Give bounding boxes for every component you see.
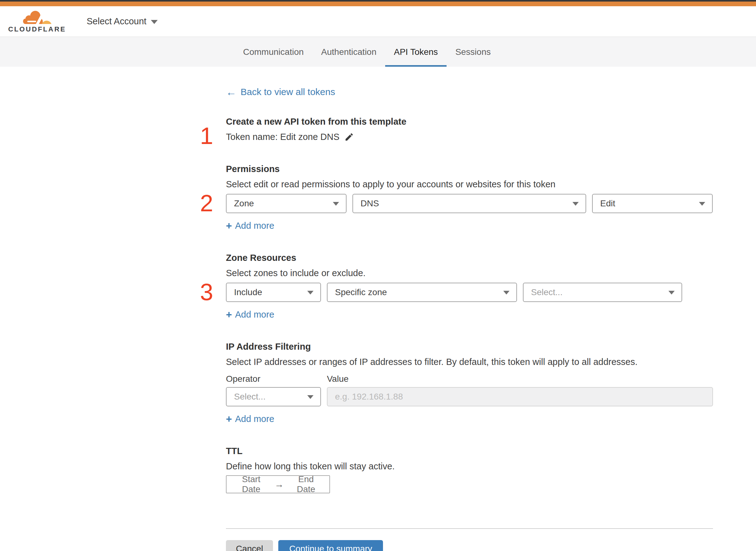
- account-selector-label: Select Account: [87, 16, 146, 26]
- active-tab-underline: [385, 65, 447, 67]
- page-title: Create a new API token from this templat…: [226, 116, 713, 127]
- plus-icon: +: [226, 414, 232, 424]
- zone-resource-type-value: Specific zone: [335, 288, 387, 297]
- chevron-down-icon: [503, 291, 510, 295]
- left-arrow-icon: ←: [226, 87, 236, 97]
- add-permission-label: Add more: [235, 221, 274, 231]
- zone-resource-type-select[interactable]: Specific zone: [327, 283, 517, 302]
- footer-divider: [226, 528, 713, 529]
- tab-authentication[interactable]: Authentication: [312, 37, 385, 67]
- tab-sessions[interactable]: Sessions: [447, 37, 500, 67]
- zone-resource-operator-value: Include: [234, 288, 262, 297]
- ttl-title: TTL: [226, 446, 713, 456]
- chevron-down-icon: [573, 202, 579, 206]
- start-date-label: Start Date: [234, 474, 268, 494]
- permission-access-select[interactable]: Edit: [592, 194, 713, 213]
- cloudflare-cloud-icon: [22, 10, 52, 24]
- footer-actions: Cancel Continue to summary: [226, 540, 713, 551]
- step-marker-3: 3: [195, 280, 218, 304]
- app-header: CLOUDFLARE Select Account: [0, 6, 756, 36]
- permission-service-select[interactable]: DNS: [352, 194, 586, 213]
- pencil-icon: [344, 132, 354, 142]
- ttl-date-range-picker[interactable]: Start Date → End Date: [226, 475, 330, 493]
- tab-label: Authentication: [321, 47, 376, 57]
- tab-communication[interactable]: Communication: [234, 37, 312, 67]
- token-name-text: Token name: Edit zone DNS: [226, 132, 339, 142]
- profile-tabbar: Communication Authentication API Tokens …: [0, 36, 756, 67]
- ip-value-input[interactable]: [327, 387, 713, 406]
- step-marker-1: 1: [195, 124, 218, 148]
- permissions-title: Permissions: [226, 164, 713, 174]
- add-permission-link[interactable]: + Add more: [226, 221, 274, 231]
- plus-icon: +: [226, 310, 232, 320]
- ip-operator-placeholder: Select...: [234, 392, 265, 402]
- plus-icon: +: [226, 221, 232, 231]
- right-arrow-icon: →: [274, 480, 284, 489]
- edit-token-name-button[interactable]: [344, 132, 354, 142]
- end-date-label: End Date: [290, 474, 322, 494]
- permissions-description: Select edit or read permissions to apply…: [226, 179, 713, 189]
- zone-resource-zone-select[interactable]: Select...: [523, 283, 682, 302]
- chevron-down-icon: [151, 20, 158, 24]
- cancel-button[interactable]: Cancel: [226, 540, 273, 551]
- brand-accent-bar: [0, 2, 756, 6]
- add-zone-resource-link[interactable]: + Add more: [226, 310, 274, 320]
- step-marker-2: 2: [195, 191, 218, 215]
- operator-label: Operator: [226, 374, 327, 384]
- create-token-section: 1 Create a new API token from this templ…: [226, 116, 713, 142]
- ip-operator-select[interactable]: Select...: [226, 387, 321, 406]
- permissions-section: Permissions Select edit or read permissi…: [226, 164, 713, 231]
- cloudflare-wordmark: CLOUDFLARE: [8, 25, 66, 33]
- tab-label: Communication: [243, 47, 304, 57]
- continue-to-summary-button[interactable]: Continue to summary: [278, 540, 383, 551]
- ttl-section: TTL Define how long this token will stay…: [226, 446, 713, 493]
- chevron-down-icon: [668, 291, 675, 295]
- add-zone-resource-label: Add more: [235, 310, 274, 320]
- zone-resources-section: Zone Resources Select zones to include o…: [226, 253, 713, 320]
- back-to-tokens-link[interactable]: ← Back to view all tokens: [226, 87, 335, 97]
- tab-label: Sessions: [455, 47, 491, 57]
- permission-access-value: Edit: [600, 198, 615, 208]
- zone-resources-description: Select zones to include or exclude.: [226, 268, 713, 278]
- permission-scope-value: Zone: [234, 198, 254, 208]
- value-label: Value: [327, 374, 349, 384]
- ttl-description: Define how long this token will stay act…: [226, 461, 713, 472]
- add-ip-filter-link[interactable]: + Add more: [226, 414, 274, 424]
- chevron-down-icon: [307, 395, 313, 399]
- chevron-down-icon: [307, 291, 313, 295]
- add-ip-filter-label: Add more: [235, 414, 274, 424]
- ip-filtering-title: IP Address Filtering: [226, 342, 713, 352]
- zone-resource-operator-select[interactable]: Include: [226, 283, 321, 302]
- back-link-label: Back to view all tokens: [240, 87, 335, 97]
- zone-resource-zone-placeholder: Select...: [531, 288, 563, 297]
- cloudflare-logo[interactable]: CLOUDFLARE: [6, 10, 68, 33]
- chevron-down-icon: [699, 202, 705, 206]
- tab-label: API Tokens: [394, 47, 438, 57]
- permission-scope-select[interactable]: Zone: [226, 194, 346, 213]
- tab-api-tokens[interactable]: API Tokens: [385, 37, 447, 67]
- zone-resources-title: Zone Resources: [226, 253, 713, 263]
- token-template-form: ← Back to view all tokens 1 Create a new…: [226, 67, 713, 551]
- ip-filtering-section: IP Address Filtering Select IP addresses…: [226, 342, 713, 424]
- account-selector-dropdown[interactable]: Select Account: [87, 16, 158, 26]
- ip-filtering-description: Select IP addresses or ranges of IP addr…: [226, 357, 713, 367]
- permission-service-value: DNS: [360, 198, 379, 208]
- chevron-down-icon: [333, 202, 339, 206]
